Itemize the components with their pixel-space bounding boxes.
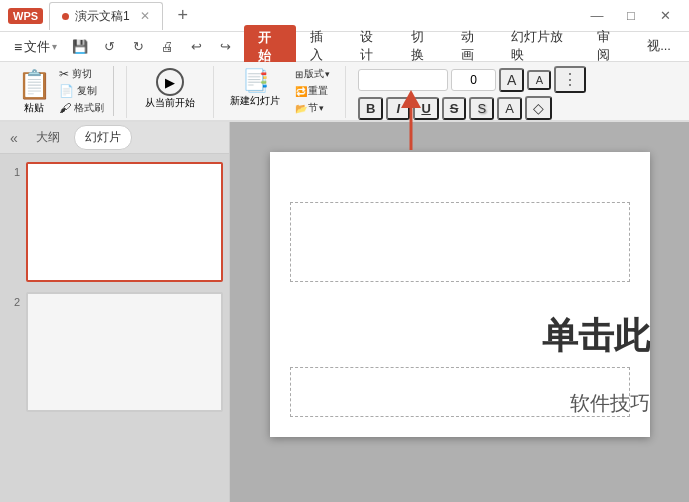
paste-button[interactable]: 📋 粘贴 bbox=[14, 66, 54, 117]
layout-button[interactable]: ⊞ 版式 ▾ bbox=[292, 66, 333, 82]
menu-bar: ≡ 文件 ▾ 💾 ↺ ↻ 🖨 ↩ ↪ 开始 插入 设计 切换 动画 幻灯片放映 … bbox=[0, 32, 689, 62]
tab-close-btn[interactable]: ✕ bbox=[140, 9, 150, 23]
slide-thumb-2[interactable] bbox=[26, 292, 223, 412]
layout-group: ⊞ 版式 ▾ 🔁 重置 📂 节 ▾ bbox=[292, 66, 333, 116]
format-painter-icon: 🖌 bbox=[59, 101, 71, 115]
separator-1 bbox=[126, 66, 127, 118]
slide-content-placeholder[interactable] bbox=[290, 367, 630, 417]
font-row1: A A ⋮ bbox=[358, 66, 586, 93]
font-size-input[interactable] bbox=[451, 69, 496, 91]
clipboard-small-btns: ✂ 剪切 📄 复制 🖌 格式刷 bbox=[56, 66, 107, 116]
undo2-btn[interactable]: ↩ bbox=[183, 35, 209, 59]
slide-canvas: 单击此 软件技巧 bbox=[270, 152, 650, 437]
sidebar-tab-slides[interactable]: 幻灯片 bbox=[74, 125, 132, 150]
italic-button[interactable]: I bbox=[386, 97, 410, 120]
layout-arrow: ▾ bbox=[325, 69, 330, 79]
close-button[interactable]: ✕ bbox=[649, 2, 681, 30]
wps-logo: WPS bbox=[8, 8, 43, 24]
font-name-input[interactable] bbox=[358, 69, 448, 91]
cut-label: 剪切 bbox=[72, 67, 92, 81]
paste-group: 📋 粘贴 ✂ 剪切 📄 复制 🖌 格式刷 bbox=[8, 66, 114, 116]
slides-panel: 1 2 bbox=[0, 154, 229, 502]
sidebar-tab-outline[interactable]: 大纲 bbox=[26, 126, 70, 149]
font-size-large-btn[interactable]: A bbox=[499, 68, 524, 92]
section-label: 节 bbox=[308, 101, 318, 115]
reset-button[interactable]: 🔁 重置 bbox=[292, 83, 333, 99]
play-icon: ▶ bbox=[156, 68, 184, 96]
shadow-button[interactable]: S bbox=[469, 97, 494, 120]
section-arrow: ▾ bbox=[319, 103, 324, 113]
tab-view[interactable]: 视... bbox=[635, 33, 683, 61]
font-size-small-btn[interactable]: A bbox=[527, 70, 551, 90]
slide-number-2: 2 bbox=[6, 296, 20, 308]
new-slide-button[interactable]: 📑 新建幻灯片 bbox=[226, 66, 284, 110]
section-icon: 📂 bbox=[295, 103, 307, 114]
bold-button[interactable]: B bbox=[358, 97, 383, 120]
section-button[interactable]: 📂 节 ▾ bbox=[292, 100, 333, 116]
cut-button[interactable]: ✂ 剪切 bbox=[56, 66, 107, 82]
layout-label: 版式 bbox=[304, 67, 324, 81]
font-controls: A A ⋮ B I U S S A ◇ bbox=[358, 66, 586, 120]
separator-2 bbox=[213, 66, 214, 118]
tab-dot bbox=[62, 13, 69, 20]
copy-label: 复制 bbox=[77, 84, 97, 98]
document-tab[interactable]: 演示文稿1 ✕ bbox=[49, 2, 163, 30]
clear-format-btn[interactable]: ◇ bbox=[525, 96, 552, 120]
copy-button[interactable]: 📄 复制 bbox=[56, 83, 107, 99]
slide-thumb-1[interactable] bbox=[26, 162, 223, 282]
new-slide-label: 新建幻灯片 bbox=[230, 94, 280, 108]
play-current-button[interactable]: ▶ 从当前开始 bbox=[139, 66, 201, 112]
ribbon-area: 📋 粘贴 ✂ 剪切 📄 复制 🖌 格式刷 ▶ 从当前开始 📑 新建幻灯片 bbox=[0, 62, 689, 122]
cut-icon: ✂ bbox=[59, 67, 69, 81]
slide-main-text: 单击此 bbox=[542, 314, 650, 357]
sidebar-collapse-button[interactable]: « bbox=[6, 128, 22, 148]
format-painter-label: 格式刷 bbox=[74, 101, 104, 115]
font-row2: B I U S S A ◇ bbox=[358, 96, 586, 120]
reset-icon: 🔁 bbox=[295, 86, 307, 97]
font-color-btn[interactable]: A bbox=[497, 97, 522, 120]
slide-item-1[interactable]: 1 bbox=[6, 162, 223, 282]
layout-icon: ⊞ bbox=[295, 69, 303, 80]
slide-title-placeholder[interactable] bbox=[290, 202, 630, 282]
slide-item-2[interactable]: 2 bbox=[6, 292, 223, 412]
redo-btn[interactable]: ↻ bbox=[125, 35, 151, 59]
redo2-btn[interactable]: ↪ bbox=[212, 35, 238, 59]
tab-title: 演示文稿1 bbox=[75, 8, 130, 25]
menu-file[interactable]: ≡ 文件 ▾ bbox=[6, 36, 65, 58]
quick-access-toolbar: 💾 ↺ ↻ 🖨 ↩ ↪ bbox=[67, 35, 238, 59]
print-btn[interactable]: 🖨 bbox=[154, 35, 180, 59]
sidebar-tabs: « 大纲 幻灯片 bbox=[0, 122, 229, 154]
slide-number-1: 1 bbox=[6, 166, 20, 178]
sidebar: « 大纲 幻灯片 1 2 bbox=[0, 122, 230, 502]
save-btn[interactable]: 💾 bbox=[67, 35, 93, 59]
strikethrough-button[interactable]: S bbox=[442, 97, 467, 120]
new-slide-icon: 📑 bbox=[242, 68, 269, 94]
paste-label: 粘贴 bbox=[24, 101, 44, 115]
copy-icon: 📄 bbox=[59, 84, 74, 98]
underline-button[interactable]: U bbox=[413, 97, 438, 120]
undo-btn[interactable]: ↺ bbox=[96, 35, 122, 59]
format-painter-button[interactable]: 🖌 格式刷 bbox=[56, 100, 107, 116]
reset-label: 重置 bbox=[308, 84, 328, 98]
separator-3 bbox=[345, 66, 346, 118]
play-label: 从当前开始 bbox=[145, 96, 195, 110]
paste-icon: 📋 bbox=[17, 68, 52, 101]
canvas-area: 单击此 软件技巧 bbox=[230, 122, 689, 502]
main-area: « 大纲 幻灯片 1 2 单击此 bbox=[0, 122, 689, 502]
new-tab-button[interactable]: + bbox=[169, 2, 197, 30]
more-btn[interactable]: ⋮ bbox=[554, 66, 586, 93]
